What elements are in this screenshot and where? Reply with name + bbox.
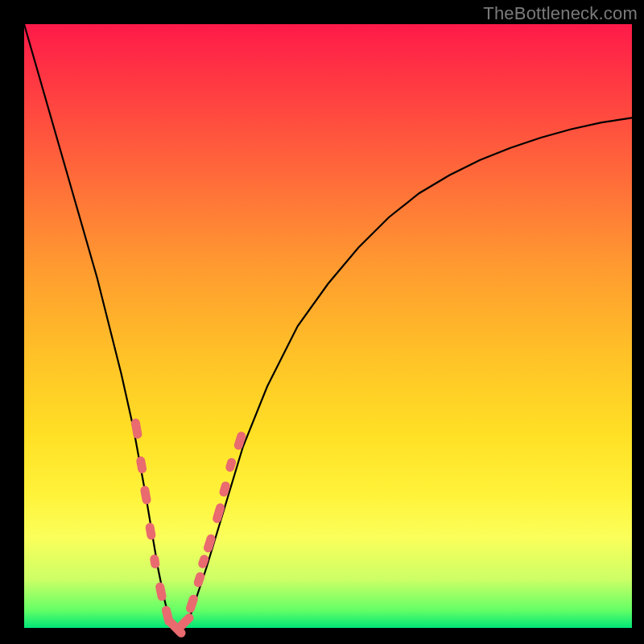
bead xyxy=(155,559,155,564)
bead xyxy=(198,576,200,583)
bead xyxy=(224,486,225,493)
bead xyxy=(191,599,194,608)
watermark-text: TheBottleneck.com xyxy=(483,3,638,24)
bead xyxy=(150,527,151,535)
curve-svg xyxy=(24,24,632,628)
bead xyxy=(208,539,212,547)
chart-frame: TheBottleneck.com xyxy=(0,0,644,644)
plot-area xyxy=(24,24,632,628)
bead xyxy=(238,436,242,445)
bead xyxy=(203,559,204,564)
bead xyxy=(145,490,147,500)
bead xyxy=(160,587,162,597)
bottleneck-curve xyxy=(24,24,632,628)
bead xyxy=(135,423,138,435)
bead-group xyxy=(135,423,241,634)
bead xyxy=(141,461,142,469)
bead xyxy=(230,463,232,468)
bead xyxy=(217,508,221,518)
bead xyxy=(181,618,189,626)
